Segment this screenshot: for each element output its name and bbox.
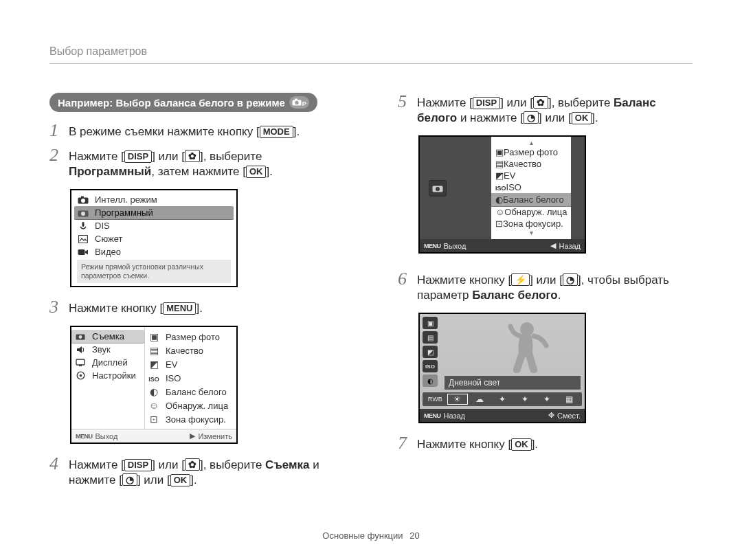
focus-icon: ⊡ <box>148 414 160 425</box>
rail-chip[interactable]: ▤ <box>423 331 438 344</box>
menu-tab-sound[interactable]: Звук <box>74 343 142 356</box>
quality-icon: ▤ <box>148 345 160 356</box>
svg-rect-14 <box>79 365 82 366</box>
preview-scene: ▣ ▤ ◩ ISO ◐ <box>420 314 585 409</box>
step-text: Нажмите кнопку [⚡] или [◔], чтобы выбрат… <box>417 273 693 303</box>
menu-option[interactable]: ⊡Зона фокусир. <box>495 218 567 229</box>
menu-option[interactable]: ▣Размер фото <box>495 146 567 158</box>
svg-point-2 <box>295 100 298 104</box>
video-icon <box>77 248 89 256</box>
macro-icon: ✿ <box>533 96 548 109</box>
ev-icon: ◩ <box>148 359 160 370</box>
key-ok: OK <box>572 112 592 124</box>
rail-chip-selected[interactable]: ◐ <box>423 374 438 387</box>
mode-description: Режим прямой установки различных парамет… <box>77 260 231 283</box>
menu-option[interactable]: ▣Размер фото <box>148 330 234 344</box>
menu-option[interactable]: ◐Баланс белого <box>148 385 234 399</box>
footer-page-number: 20 <box>409 530 419 541</box>
panel-left-rail <box>420 137 456 239</box>
step-text: Нажмите [DISP] или [✿], выберите Програм… <box>69 149 344 179</box>
preview-rail: ▣ ▤ ◩ ISO ◐ <box>423 317 438 387</box>
foot-exit[interactable]: MENUВыход <box>424 241 466 250</box>
menu-option[interactable]: ▤Качество <box>148 344 234 357</box>
camera-icon <box>77 196 89 204</box>
right-column: 5 Нажмите [DISP] или [✿], выберите Балан… <box>398 93 693 497</box>
svg-rect-4 <box>81 196 84 198</box>
example-heading: Например: Выбор баланса белого в режиме … <box>49 93 317 112</box>
menu-option[interactable]: ◩EV <box>148 357 234 371</box>
camera-icon <box>429 180 447 197</box>
scroll-down-icon: ▾ <box>495 229 567 236</box>
wb-option-selected[interactable]: ☀ <box>448 394 468 404</box>
menu-option-selected[interactable]: ◐Баланс белого <box>491 193 571 206</box>
menu-option[interactable]: ☺Обнаруж. лица <box>148 399 234 412</box>
foot-change[interactable]: ▶Изменить <box>190 432 232 440</box>
timer-icon: ◔ <box>122 473 137 486</box>
step-text: Нажмите кнопку [MENU]. <box>69 301 344 316</box>
step-text: Нажмите [DISP] или [✿], выберите Съемка … <box>69 458 344 488</box>
svg-point-18 <box>436 187 440 191</box>
wb-option[interactable]: ✦ <box>493 394 513 404</box>
menu-tab-shooting[interactable]: Съемка <box>71 330 144 343</box>
foot-back[interactable]: ◀Назад <box>550 241 581 250</box>
rail-chip[interactable]: ▣ <box>423 317 438 329</box>
wb-menu: ▴ ▣Размер фото ▤Качество ◩EV ISOISO ◐Бал… <box>491 137 571 239</box>
mode-item[interactable]: DIS <box>77 219 231 232</box>
svg-rect-10 <box>78 249 85 255</box>
wb-option[interactable]: ▦ <box>559 394 579 404</box>
figure-silhouette <box>494 320 556 383</box>
mode-item-selected[interactable]: Программный <box>74 206 234 219</box>
mode-item[interactable]: Интелл. режим <box>77 193 231 206</box>
example-heading-text: Например: Выбор баланса белого в режиме <box>58 97 285 109</box>
macro-icon: ✿ <box>185 150 200 162</box>
rail-chip[interactable]: ISO <box>423 360 438 372</box>
menu-option[interactable]: ISOISO <box>495 181 567 193</box>
timer-icon: ◔ <box>524 111 539 124</box>
step-7: 7 Нажмите кнопку [OK]. <box>398 437 693 452</box>
iso-icon: ISO <box>148 372 160 383</box>
rail-chip[interactable]: ◩ <box>423 346 438 358</box>
step-number: 4 <box>49 456 69 486</box>
wb-option[interactable]: ✦ <box>537 394 557 404</box>
camera-icon <box>292 98 302 107</box>
menu-options: ▣Размер фото ▤Качество ◩EV ISOISO ◐Балан… <box>145 327 236 429</box>
menu-option[interactable]: ◩EV <box>495 170 567 181</box>
mode-p-icon <box>77 209 89 217</box>
step-text: Нажмите [DISP] или [✿], выберите Баланс … <box>417 96 693 126</box>
face-icon: ☺ <box>495 207 504 217</box>
menu-tab-settings[interactable]: Настройки <box>74 369 142 382</box>
svg-rect-13 <box>76 359 85 365</box>
menu-tab-display[interactable]: Дисплей <box>74 356 142 369</box>
wb-option[interactable]: ☁ <box>470 394 490 404</box>
step-2: 2 Нажмите [DISP] или [✿], выберите Прогр… <box>49 149 344 179</box>
foot-move[interactable]: ✥Смест. <box>548 411 581 420</box>
page-title: Выбор параметров <box>49 45 693 64</box>
mode-item[interactable]: Видео <box>77 245 231 258</box>
step-number: 5 <box>398 94 417 124</box>
wb-list-panel: ▴ ▣Размер фото ▤Качество ◩EV ISOISO ◐Бал… <box>418 135 586 254</box>
menu-option[interactable]: ☺Обнаруж. лица <box>495 206 567 218</box>
wb-icon: ◐ <box>495 194 503 205</box>
menu-option[interactable]: ⊡Зона фокусир. <box>148 412 234 426</box>
panel-footer: MENUВыход ▶Изменить <box>71 429 236 443</box>
page-footer: Основные функции 20 <box>0 530 742 541</box>
menu-option[interactable]: ▤Качество <box>495 158 567 170</box>
scene-icon <box>77 235 89 243</box>
mode-item[interactable]: Сюжет <box>77 232 231 245</box>
svg-rect-9 <box>79 235 88 243</box>
step-number: 3 <box>49 300 69 315</box>
step-text: Нажмите кнопку [OK]. <box>417 437 693 452</box>
wb-option[interactable]: RWB <box>425 394 445 404</box>
foot-back[interactable]: MENUНазад <box>424 411 465 420</box>
wb-option[interactable]: ✦ <box>515 394 535 404</box>
wb-icon: ◐ <box>148 386 160 397</box>
page: Выбор параметров Например: Выбор баланса… <box>0 0 742 560</box>
key-ok: OK <box>170 474 191 486</box>
wb-options-strip: RWB ☀ ☁ ✦ ✦ ✦ ▦ <box>423 392 582 406</box>
focus-icon: ⊡ <box>495 219 503 229</box>
key-disp: DISP <box>124 150 152 163</box>
menu-option[interactable]: ISOISO <box>148 371 234 385</box>
foot-exit[interactable]: MENUВыход <box>76 432 117 440</box>
step-6: 6 Нажмите кнопку [⚡] или [◔], чтобы выбр… <box>398 273 693 303</box>
dis-icon <box>77 221 89 231</box>
